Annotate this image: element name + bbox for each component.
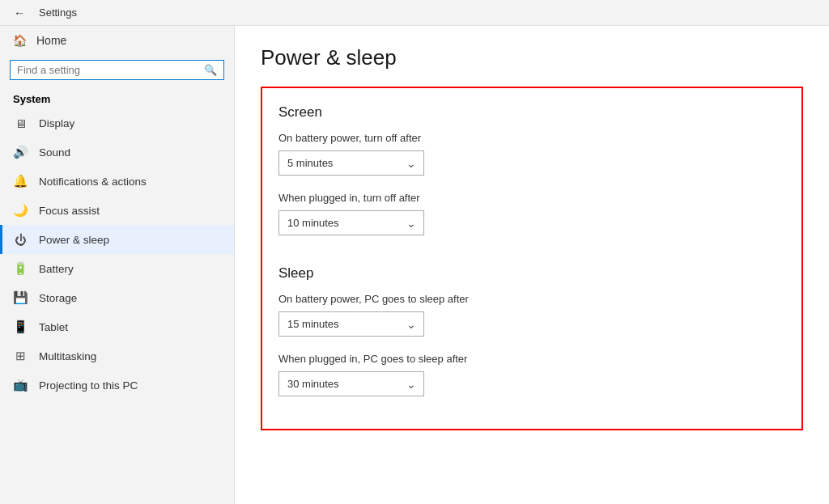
storage-icon: 💾	[13, 290, 28, 305]
screen-plugged-dropdown[interactable]: 1 minute 2 minutes 3 minutes 5 minutes 1…	[278, 210, 424, 235]
multitasking-icon: ⊞	[13, 349, 28, 363]
screen-battery-dropdown-container: 1 minute 2 minutes 3 minutes 5 minutes 1…	[278, 150, 424, 176]
sidebar-item-notifications[interactable]: 🔔 Notifications & actions	[0, 167, 234, 196]
sidebar: 🏠 Home 🔍 System 🖥 Display 🔊 Sound 🔔 Noti…	[0, 26, 235, 504]
search-icon: 🔍	[204, 64, 217, 76]
page-title: Power & sleep	[261, 45, 803, 70]
screen-plugged-label: When plugged in, turn off after	[278, 192, 785, 204]
power-icon: ⏻	[13, 232, 28, 247]
content-area: Power & sleep Screen On battery power, t…	[235, 26, 829, 504]
home-icon: 🏠	[13, 34, 27, 47]
sidebar-item-power[interactable]: ⏻ Power & sleep	[0, 225, 234, 254]
focus-icon: 🌙	[13, 203, 28, 218]
projecting-icon: 📺	[13, 378, 28, 392]
sidebar-item-focus[interactable]: 🌙 Focus assist	[0, 196, 234, 225]
back-button[interactable]: ←	[10, 3, 29, 23]
app-title: Settings	[39, 6, 77, 19]
sidebar-item-sound[interactable]: 🔊 Sound	[0, 138, 234, 167]
sleep-plugged-dropdown-container: 1 minute 2 minutes 3 minutes 5 minutes 1…	[278, 371, 424, 396]
sleep-battery-dropdown-container: 1 minute 2 minutes 3 minutes 5 minutes 1…	[278, 311, 424, 337]
titlebar: ← Settings	[0, 0, 829, 26]
sidebar-item-notifications-label: Notifications & actions	[39, 176, 147, 188]
battery-icon: 🔋	[13, 261, 28, 276]
sidebar-item-focus-label: Focus assist	[39, 205, 100, 217]
screen-plugged-dropdown-container: 1 minute 2 minutes 3 minutes 5 minutes 1…	[278, 210, 424, 235]
tablet-icon: 📱	[13, 320, 28, 334]
sidebar-item-battery-label: Battery	[39, 263, 74, 275]
sidebar-item-tablet-label: Tablet	[39, 321, 68, 333]
search-box[interactable]: 🔍	[10, 60, 224, 80]
sleep-plugged-label: When plugged in, PC goes to sleep after	[278, 353, 785, 365]
sidebar-item-battery[interactable]: 🔋 Battery	[0, 254, 234, 283]
display-icon: 🖥	[13, 116, 28, 130]
sidebar-item-home[interactable]: 🏠 Home	[0, 26, 234, 55]
sidebar-item-storage-label: Storage	[39, 292, 77, 304]
sleep-battery-label: On battery power, PC goes to sleep after	[278, 293, 785, 305]
screen-battery-dropdown[interactable]: 1 minute 2 minutes 3 minutes 5 minutes 1…	[278, 150, 424, 176]
sidebar-item-display[interactable]: 🖥 Display	[0, 108, 234, 138]
main-content: 🏠 Home 🔍 System 🖥 Display 🔊 Sound 🔔 Noti…	[0, 26, 829, 504]
sidebar-item-multitasking-label: Multitasking	[39, 350, 96, 362]
screen-battery-label: On battery power, turn off after	[278, 132, 785, 144]
sidebar-item-multitasking[interactable]: ⊞ Multitasking	[0, 341, 234, 371]
home-label: Home	[36, 34, 66, 47]
sound-icon: 🔊	[13, 145, 28, 159]
notifications-icon: 🔔	[13, 174, 28, 188]
sleep-section-title: Sleep	[278, 265, 785, 282]
sidebar-item-projecting-label: Projecting to this PC	[39, 379, 138, 392]
power-sleep-box: Screen On battery power, turn off after …	[261, 87, 803, 430]
sidebar-section-label: System	[0, 88, 234, 108]
sidebar-item-sound-label: Sound	[39, 146, 70, 159]
sidebar-item-tablet[interactable]: 📱 Tablet	[0, 312, 234, 341]
sidebar-item-storage[interactable]: 💾 Storage	[0, 283, 234, 312]
sidebar-item-power-label: Power & sleep	[39, 234, 109, 246]
sidebar-item-projecting[interactable]: 📺 Projecting to this PC	[0, 371, 234, 400]
sidebar-item-display-label: Display	[39, 117, 74, 129]
sleep-battery-dropdown[interactable]: 1 minute 2 minutes 3 minutes 5 minutes 1…	[278, 311, 424, 337]
screen-section-title: Screen	[278, 104, 785, 121]
search-input[interactable]	[17, 64, 199, 76]
sleep-plugged-dropdown[interactable]: 1 minute 2 minutes 3 minutes 5 minutes 1…	[278, 371, 424, 396]
